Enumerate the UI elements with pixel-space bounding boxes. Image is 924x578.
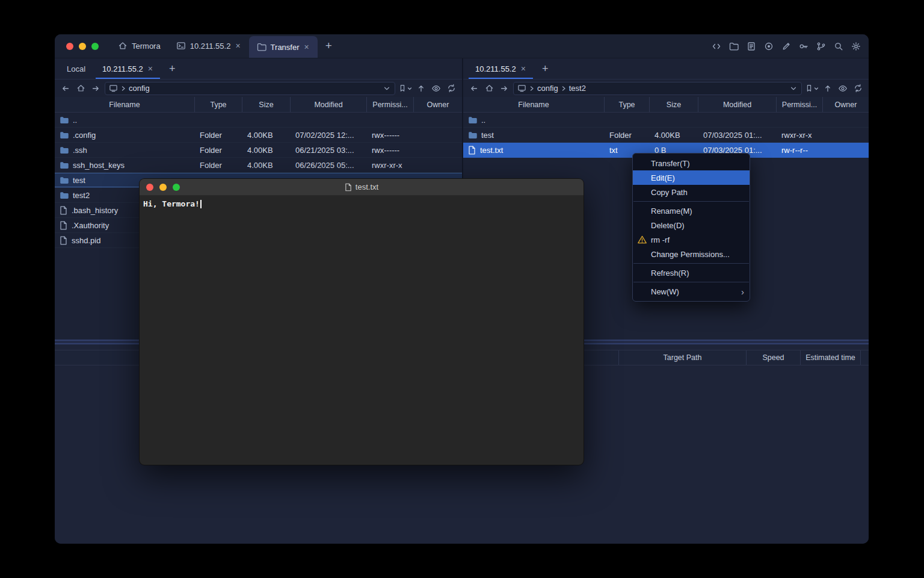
folder-icon bbox=[257, 43, 266, 51]
file-owner bbox=[823, 113, 869, 127]
menu-item-delete[interactable]: Delete(D) bbox=[633, 218, 750, 232]
menu-item-rm-rf[interactable]: rm -rf bbox=[633, 232, 750, 247]
folder-icon bbox=[468, 116, 477, 124]
file-name: test2 bbox=[73, 191, 90, 200]
close-tab-icon[interactable]: × bbox=[235, 40, 241, 51]
column-header-size[interactable]: Size bbox=[242, 97, 291, 112]
path-bar[interactable]: config bbox=[105, 82, 395, 95]
column-header-filename[interactable]: Filename bbox=[463, 97, 605, 112]
chevron-down-icon[interactable] bbox=[383, 84, 391, 93]
parent-directory-button[interactable] bbox=[415, 82, 427, 95]
path-bar[interactable]: config test2 bbox=[513, 82, 802, 95]
chevron-down-icon[interactable] bbox=[789, 84, 798, 93]
forward-button[interactable] bbox=[498, 82, 510, 95]
settings-gear-icon[interactable] bbox=[851, 41, 861, 52]
record-icon[interactable] bbox=[763, 41, 774, 52]
parent-directory-button[interactable] bbox=[822, 82, 834, 95]
show-hidden-eye-button[interactable] bbox=[430, 82, 442, 95]
file-row[interactable]: ssh_host_keys Folder 4.00KB 06/26/2025 0… bbox=[55, 158, 462, 173]
tab-local[interactable]: Local bbox=[58, 58, 94, 79]
file-row[interactable]: .ssh Folder 4.00KB 06/21/2025 03:... rwx… bbox=[55, 143, 462, 158]
folder-icon bbox=[60, 161, 69, 169]
menu-item-change-permissions[interactable]: Change Permissions... bbox=[633, 247, 750, 261]
file-name: test bbox=[73, 176, 85, 185]
tab-remote-host[interactable]: 10.211.55.2 × bbox=[94, 58, 162, 79]
column-header-permissions[interactable]: Permissi... bbox=[367, 97, 414, 112]
column-header-owner[interactable]: Owner bbox=[823, 97, 869, 112]
column-header-type[interactable]: Type bbox=[195, 97, 242, 112]
file-name: .. bbox=[73, 116, 77, 125]
path-segment[interactable]: config bbox=[129, 84, 150, 93]
editor-window: test.txt Hi, Termora! bbox=[139, 178, 584, 465]
refresh-button[interactable] bbox=[445, 82, 457, 95]
menu-item-transfer[interactable]: Transfer(T) bbox=[633, 156, 750, 170]
home-button[interactable] bbox=[75, 82, 87, 95]
bookmark-button[interactable] bbox=[398, 84, 412, 93]
column-header-size[interactable]: Size bbox=[650, 97, 698, 112]
column-header-owner[interactable]: Owner bbox=[414, 97, 462, 112]
termora-window: Termora 10.211.55.2 × Transfer × + bbox=[55, 34, 869, 544]
edit-pencil-icon[interactable] bbox=[781, 41, 792, 52]
refresh-button[interactable] bbox=[852, 82, 864, 95]
close-tab-icon[interactable]: × bbox=[304, 42, 310, 52]
file-modified: 06/21/2025 03:... bbox=[291, 143, 367, 157]
desktop: Termora 10.211.55.2 × Transfer × + bbox=[0, 0, 924, 578]
menu-item-rename[interactable]: Rename(M) bbox=[633, 204, 750, 218]
file-icon bbox=[60, 206, 67, 215]
minimize-window-button[interactable] bbox=[79, 43, 86, 50]
path-segment[interactable]: test2 bbox=[569, 84, 586, 93]
bookmark-button[interactable] bbox=[805, 84, 819, 93]
column-header-modified[interactable]: Modified bbox=[698, 97, 777, 112]
back-button[interactable] bbox=[468, 82, 480, 95]
menu-separator bbox=[633, 282, 749, 282]
branch-icon[interactable] bbox=[816, 41, 827, 52]
tab-transfer[interactable]: Transfer × bbox=[249, 36, 318, 58]
search-icon[interactable] bbox=[833, 41, 844, 52]
tab-termora-home[interactable]: Termora bbox=[110, 34, 168, 58]
editor-content[interactable]: Hi, Termora! bbox=[140, 196, 584, 212]
back-button[interactable] bbox=[60, 82, 72, 95]
zoom-window-button[interactable] bbox=[91, 43, 99, 50]
editor-titlebar[interactable]: test.txt bbox=[140, 179, 584, 196]
menu-item-refresh[interactable]: Refresh(R) bbox=[633, 266, 750, 280]
close-tab-icon[interactable]: × bbox=[147, 63, 153, 74]
column-header-permissions[interactable]: Permissi... bbox=[777, 97, 823, 112]
file-type bbox=[195, 113, 242, 127]
path-segment[interactable]: config bbox=[537, 84, 558, 93]
folder-icon[interactable] bbox=[728, 41, 739, 52]
column-header-speed[interactable]: Speed bbox=[746, 350, 800, 365]
home-button[interactable] bbox=[483, 82, 495, 95]
right-panel-toolbar: config test2 bbox=[463, 79, 869, 97]
file-table-header: Filename Type Size Modified Permissi... … bbox=[55, 97, 462, 113]
column-header-type[interactable]: Type bbox=[605, 97, 650, 112]
file-name: .bash_history bbox=[72, 206, 118, 215]
column-header-estimated-time[interactable]: Estimated time bbox=[800, 350, 860, 365]
key-icon[interactable] bbox=[798, 41, 809, 52]
code-icon[interactable] bbox=[711, 41, 722, 52]
new-panel-tab-button[interactable]: + bbox=[535, 58, 556, 79]
menu-item-edit[interactable]: Edit(E) bbox=[633, 170, 750, 185]
new-tab-button[interactable]: + bbox=[318, 34, 340, 58]
file-size bbox=[650, 113, 698, 127]
tab-remote-host[interactable]: 10.211.55.2 × bbox=[467, 58, 535, 79]
file-row[interactable]: .. bbox=[55, 113, 462, 128]
menu-item-new[interactable]: New(W) › bbox=[633, 284, 750, 299]
file-name-cell: ssh_host_keys bbox=[55, 158, 195, 172]
file-row[interactable]: test Folder 4.00KB 07/03/2025 01:... rwx… bbox=[463, 128, 869, 143]
close-window-button[interactable] bbox=[66, 43, 73, 50]
column-header-target-path[interactable]: Target Path bbox=[618, 350, 746, 365]
file-list: .. test Folder bbox=[463, 113, 869, 158]
column-header-modified[interactable]: Modified bbox=[291, 97, 367, 112]
show-hidden-eye-button[interactable] bbox=[837, 82, 849, 95]
log-document-icon[interactable] bbox=[746, 41, 757, 52]
file-row[interactable]: .config Folder 4.00KB 07/02/2025 12:... … bbox=[55, 128, 462, 143]
file-size: 4.00KB bbox=[242, 143, 291, 157]
tab-terminal-host[interactable]: 10.211.55.2 × bbox=[168, 34, 249, 58]
forward-button[interactable] bbox=[90, 82, 102, 95]
column-header-filename[interactable]: Filename bbox=[55, 97, 195, 112]
close-tab-icon[interactable]: × bbox=[520, 63, 526, 74]
new-panel-tab-button[interactable]: + bbox=[162, 58, 183, 79]
menu-item-copy-path[interactable]: Copy Path bbox=[633, 185, 750, 199]
file-row[interactable]: .. bbox=[463, 113, 869, 128]
file-permissions: rwx------ bbox=[367, 143, 414, 157]
